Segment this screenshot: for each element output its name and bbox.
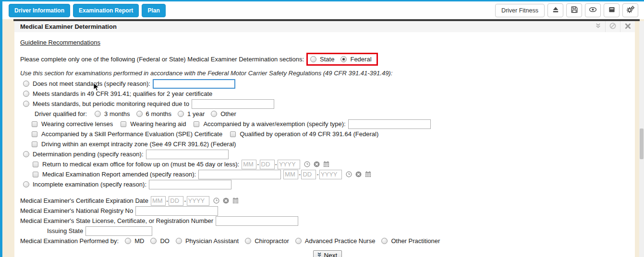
- qualifiers-row-3: Driving within an exempt intracity zone …: [20, 139, 635, 149]
- periodic-monitoring-radio[interactable]: [23, 101, 29, 107]
- clear-date-icon[interactable]: [355, 171, 362, 178]
- state-radio-label: State: [320, 56, 334, 63]
- state-license-row: Medical Examiner's State License, Certif…: [20, 216, 635, 226]
- determination-pending-radio[interactable]: [23, 151, 29, 157]
- meets-standards-row: Meets standards in 49 CFR 391.41; qualif…: [20, 89, 635, 99]
- national-registry-input[interactable]: [135, 206, 218, 216]
- performed-by-pa-label: Physician Assistant: [185, 237, 239, 245]
- scrollbar-thumb[interactable]: [640, 128, 644, 159]
- periodic-monitoring-input[interactable]: [192, 99, 274, 109]
- performed-by-apn-label: Advanced Practice Nurse: [305, 237, 376, 245]
- qualifiers-row-1: Wearing corrective lenses Wearing hearin…: [20, 119, 635, 129]
- calendar-icon[interactable]: [323, 161, 330, 168]
- issuing-state-row: Issuing State: [20, 226, 635, 236]
- qualified-3-months-radio[interactable]: [95, 111, 101, 117]
- return-followup-checkbox[interactable]: [33, 162, 38, 167]
- incomplete-examination-radio[interactable]: [23, 181, 29, 187]
- corrective-lenses-checkbox[interactable]: [32, 121, 37, 127]
- corrective-lenses-label: Wearing corrective lenses: [41, 120, 113, 128]
- next-button[interactable]: Next: [313, 250, 342, 257]
- performed-by-other-radio[interactable]: [381, 238, 388, 244]
- clock-icon[interactable]: [213, 197, 220, 204]
- clock-icon[interactable]: [345, 171, 352, 178]
- followup-day-input[interactable]: [260, 160, 275, 169]
- amended-day-input[interactable]: [301, 170, 316, 179]
- date-separator: -: [257, 161, 259, 168]
- qualified-391-64-checkbox[interactable]: [230, 131, 236, 137]
- national-registry-row: Medical Examiner's National Registry No: [20, 206, 635, 216]
- disable-section-button[interactable]: [606, 21, 620, 32]
- performed-by-do-radio[interactable]: [150, 238, 157, 244]
- cert-expiration-row: Medical Examiner's Certificate Expiratio…: [20, 196, 635, 206]
- federal-radio-label: Federal: [350, 56, 371, 63]
- followup-date-actions: [304, 161, 330, 168]
- clear-date-icon[interactable]: [313, 161, 320, 168]
- performed-by-md-radio[interactable]: [125, 238, 131, 244]
- cert-expiration-label: Medical Examiner's Certificate Expiratio…: [20, 197, 148, 204]
- clock-icon[interactable]: [304, 161, 311, 168]
- performed-by-apn-radio[interactable]: [295, 238, 302, 244]
- incomplete-reason-input[interactable]: [149, 180, 231, 189]
- report-amended-checkbox[interactable]: [33, 172, 38, 177]
- ban-icon: [609, 22, 617, 32]
- does-not-meet-radio[interactable]: [23, 81, 29, 87]
- calendar-icon[interactable]: [232, 197, 239, 204]
- pending-reason-input[interactable]: [146, 150, 229, 159]
- cert-exp-month-input[interactable]: [151, 196, 166, 206]
- window-left-border: [0, 0, 2, 257]
- performed-by-chiropractor-radio[interactable]: [245, 238, 251, 244]
- settings-button[interactable]: [622, 3, 638, 17]
- cert-exp-day-input[interactable]: [169, 196, 183, 206]
- state-license-input[interactable]: [216, 216, 298, 226]
- qualified-6-months-radio[interactable]: [136, 111, 143, 117]
- amended-date-actions: [345, 171, 372, 178]
- amended-reason-input[interactable]: [198, 170, 281, 179]
- waiver-type-input[interactable]: [348, 119, 431, 129]
- qualified-other-radio[interactable]: [211, 111, 217, 117]
- close-section-button[interactable]: [620, 21, 635, 32]
- driver-fitness-button[interactable]: Driver Fitness: [495, 4, 545, 17]
- preview-button[interactable]: [585, 3, 601, 17]
- determination-pending-row: Determination pending (specify reason):: [20, 149, 635, 159]
- content-top-divider: [13, 19, 640, 21]
- qualified-391-64-label: Qualified by operation of 49 CFR 391.64 …: [240, 130, 378, 138]
- tab-driver-information[interactable]: Driver Information: [9, 4, 70, 17]
- top-toolbar: Driver Information Examination Report Pl…: [0, 1, 644, 19]
- does-not-meet-reason-input[interactable]: [153, 79, 235, 89]
- qualified-1-year-radio[interactable]: [178, 111, 184, 117]
- meets-standards-radio[interactable]: [23, 91, 29, 97]
- intracity-zone-checkbox[interactable]: [32, 141, 37, 147]
- state-license-label: Medical Examiner's State License, Certif…: [20, 217, 213, 224]
- hearing-aid-checkbox[interactable]: [121, 121, 126, 127]
- performed-by-md-label: MD: [134, 237, 144, 245]
- clear-date-icon[interactable]: [222, 197, 230, 204]
- eject-button[interactable]: [547, 3, 563, 17]
- spe-certificate-checkbox[interactable]: [32, 131, 37, 137]
- waiver-exemption-checkbox[interactable]: [194, 121, 199, 127]
- waiver-exemption-label: Accompanied by a waiver/exemption (speci…: [203, 120, 345, 128]
- issuing-state-input[interactable]: [85, 226, 152, 236]
- collapse-button[interactable]: [591, 21, 605, 32]
- national-registry-label: Medical Examiner's National Registry No: [20, 207, 133, 214]
- qualified-1-year-label: 1 year: [187, 110, 205, 117]
- section-title: Medical Examiner Determination: [20, 23, 117, 30]
- performed-by-pa-radio[interactable]: [176, 238, 182, 244]
- amended-year-input[interactable]: [319, 170, 342, 179]
- amended-month-input[interactable]: [283, 170, 298, 179]
- vertical-scrollbar[interactable]: [639, 21, 644, 257]
- date-separator: -: [299, 171, 301, 178]
- report-amended-label: Medical Examination Report amended (spec…: [42, 171, 196, 178]
- followup-month-input[interactable]: [242, 160, 256, 169]
- archive-button[interactable]: [604, 3, 620, 17]
- save-button[interactable]: [566, 3, 582, 17]
- tab-plan[interactable]: Plan: [142, 4, 165, 17]
- incomplete-examination-label: Incomplete examination (specify reason):: [33, 181, 146, 188]
- calendar-icon[interactable]: [365, 171, 372, 178]
- followup-year-input[interactable]: [278, 160, 300, 169]
- guideline-recommendations-link[interactable]: Guideline Recommendations: [20, 39, 100, 46]
- cert-exp-year-input[interactable]: [187, 196, 209, 206]
- tab-examination-report[interactable]: Examination Report: [73, 4, 139, 17]
- date-separator: -: [275, 161, 277, 168]
- state-radio[interactable]: [310, 56, 316, 62]
- federal-radio[interactable]: [340, 56, 347, 62]
